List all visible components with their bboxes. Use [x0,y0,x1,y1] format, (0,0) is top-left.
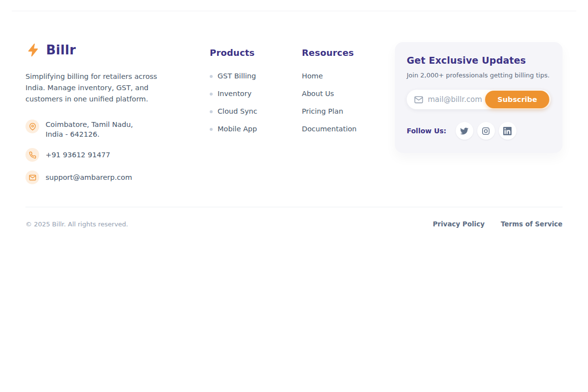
link-inventory[interactable]: Inventory [218,90,251,98]
contact-email[interactable]: support@ambarerp.com [25,171,198,184]
newsletter-title: Get Exclusive Updates [407,55,551,66]
products-column: Products GST Billing Inventory Cloud Syn… [210,41,290,143]
list-item: Mobile App [210,125,290,133]
list-item: Documentation [302,125,383,133]
link-about-us[interactable]: About Us [302,90,334,98]
bottom-divider [25,207,563,207]
bullet-dot-icon [210,75,213,78]
phone-icon [25,148,39,162]
brand-column: Billr Simplifying billing for retailers … [25,41,198,193]
follow-us-label: Follow Us: [407,127,446,135]
copyright-text: © 2025 Billr. All rights reserved. [25,220,128,228]
link-cloud-sync[interactable]: Cloud Sync [218,108,257,115]
bullet-dot-icon [210,110,213,113]
social-button-instagram[interactable] [477,122,495,140]
list-item: GST Billing [210,73,290,80]
instagram-icon [482,127,490,135]
twitter-icon [460,127,468,135]
link-pricing-plan[interactable]: Pricing Plan [302,108,343,115]
link-mobile-app[interactable]: Mobile App [218,125,257,133]
bullet-dot-icon [210,93,213,96]
location-pin-icon [25,120,39,133]
bullet-dot-icon [210,128,213,131]
footer-page: Billr Simplifying billing for retailers … [0,0,588,392]
brand-description: Simplifying billing for retailers across… [25,71,178,105]
contact-address: Coimbatore, Tamil Nadu, India - 642126. [25,120,198,139]
linkedin-icon [503,127,512,135]
newsletter-card: Get Exclusive Updates Join 2,000+ profes… [395,42,563,153]
phone-number: +91 93612 91477 [46,150,110,160]
mail-icon [414,95,423,104]
bottom-bar: © 2025 Billr. All rights reserved. Priva… [25,220,563,228]
link-home[interactable]: Home [302,73,323,80]
resources-links: Home About Us Pricing Plan Documentation [302,73,383,133]
products-links: GST Billing Inventory Cloud Sync Mobile … [210,73,290,133]
list-item: Inventory [210,90,290,98]
list-item: Home [302,73,383,80]
list-item: Pricing Plan [302,108,383,115]
contact-list: Coimbatore, Tamil Nadu, India - 642126. … [25,120,198,184]
follow-row: Follow Us: [407,122,551,140]
subscribe-button[interactable]: Subscribe [485,91,549,108]
top-divider [12,11,576,11]
brand-name: Billr [46,43,76,57]
address-line-2: India - 642126. [46,129,133,139]
bottom-links: Privacy Policy Terms of Service [416,220,563,228]
address-line-1: Coimbatore, Tamil Nadu, [46,120,133,129]
link-privacy-policy[interactable]: Privacy Policy [433,220,485,228]
link-documentation[interactable]: Documentation [302,125,357,133]
address-text: Coimbatore, Tamil Nadu, India - 642126. [46,120,133,139]
footer-main: Billr Simplifying billing for retailers … [25,41,563,193]
products-title: Products [210,48,290,58]
mail-icon [25,171,39,184]
list-item: Cloud Sync [210,108,290,115]
subscribe-form: Subscribe [407,90,551,109]
link-terms-of-service[interactable]: Terms of Service [501,220,563,228]
resources-title: Resources [302,48,383,58]
email-address: support@ambarerp.com [46,172,132,182]
link-gst-billing[interactable]: GST Billing [218,73,256,80]
contact-phone[interactable]: +91 93612 91477 [25,148,198,162]
brand-logo[interactable]: Billr [25,41,198,59]
social-button-linkedin[interactable] [499,122,516,140]
bolt-icon [25,42,41,58]
resources-column: Resources Home About Us Pricing Plan Doc… [302,41,383,143]
social-button-twitter[interactable] [456,122,473,140]
list-item: About Us [302,90,383,98]
newsletter-subtitle: Join 2,000+ professionals getting billin… [407,72,551,79]
